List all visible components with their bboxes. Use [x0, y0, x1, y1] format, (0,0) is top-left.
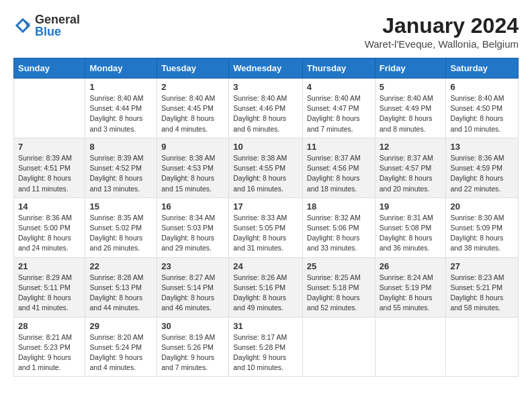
day-info: Sunrise: 8:23 AMSunset: 5:21 PMDaylight:…: [450, 273, 514, 314]
day-info: Sunrise: 8:38 AMSunset: 4:53 PMDaylight:…: [161, 153, 224, 194]
calendar-cell: 5Sunrise: 8:40 AMSunset: 4:49 PMDaylight…: [375, 79, 446, 138]
logo-text: General Blue: [35, 13, 80, 38]
calendar-cell: 1Sunrise: 8:40 AMSunset: 4:44 PMDaylight…: [85, 79, 157, 138]
day-info: Sunrise: 8:32 AMSunset: 5:06 PMDaylight:…: [307, 213, 371, 254]
calendar-cell: [302, 317, 375, 377]
calendar-cell: [375, 317, 446, 377]
day-info: Sunrise: 8:34 AMSunset: 5:03 PMDaylight:…: [161, 213, 224, 254]
day-info: Sunrise: 8:36 AMSunset: 4:59 PMDaylight:…: [450, 153, 514, 194]
day-number: 14: [18, 201, 81, 212]
day-number: 23: [161, 261, 224, 271]
day-number: 28: [18, 321, 81, 331]
day-number: 5: [380, 82, 442, 92]
weekday-header-tuesday: Tuesday: [157, 58, 229, 79]
day-info: Sunrise: 8:27 AMSunset: 5:14 PMDaylight:…: [161, 273, 224, 314]
day-info: Sunrise: 8:40 AMSunset: 4:44 PMDaylight:…: [89, 93, 152, 134]
day-info: Sunrise: 8:35 AMSunset: 5:02 PMDaylight:…: [89, 213, 152, 254]
day-number: 19: [380, 201, 442, 212]
calendar-week-3: 14Sunrise: 8:36 AMSunset: 5:00 PMDayligh…: [14, 197, 519, 257]
calendar-cell: 8Sunrise: 8:39 AMSunset: 4:52 PMDaylight…: [85, 138, 157, 197]
page-header: General Blue January 2024 Waret-l'Eveque…: [13, 13, 519, 50]
calendar-cell: 19Sunrise: 8:31 AMSunset: 5:08 PMDayligh…: [375, 197, 446, 257]
day-info: Sunrise: 8:40 AMSunset: 4:45 PMDaylight:…: [161, 93, 224, 134]
day-info: Sunrise: 8:31 AMSunset: 5:08 PMDaylight:…: [380, 213, 442, 254]
calendar-cell: 28Sunrise: 8:21 AMSunset: 5:23 PMDayligh…: [14, 317, 85, 377]
day-number: 12: [380, 142, 442, 152]
calendar-cell: 29Sunrise: 8:20 AMSunset: 5:24 PMDayligh…: [85, 317, 157, 377]
weekday-header-saturday: Saturday: [446, 58, 519, 79]
calendar-cell: 7Sunrise: 8:39 AMSunset: 4:51 PMDaylight…: [14, 138, 85, 197]
calendar-cell: 26Sunrise: 8:24 AMSunset: 5:19 PMDayligh…: [375, 257, 446, 317]
day-number: 9: [161, 142, 224, 152]
calendar-cell: 13Sunrise: 8:36 AMSunset: 4:59 PMDayligh…: [446, 138, 519, 197]
day-number: 29: [89, 321, 152, 331]
calendar-cell: 20Sunrise: 8:30 AMSunset: 5:09 PMDayligh…: [446, 197, 519, 257]
calendar-week-4: 21Sunrise: 8:29 AMSunset: 5:11 PMDayligh…: [14, 257, 519, 317]
logo-general-text: General: [35, 13, 80, 26]
calendar-cell: 10Sunrise: 8:38 AMSunset: 4:55 PMDayligh…: [229, 138, 303, 197]
weekday-header-row: SundayMondayTuesdayWednesdayThursdayFrid…: [14, 58, 519, 79]
day-info: Sunrise: 8:29 AMSunset: 5:11 PMDaylight:…: [18, 273, 81, 314]
calendar-cell: 15Sunrise: 8:35 AMSunset: 5:02 PMDayligh…: [85, 197, 157, 257]
calendar-cell: 21Sunrise: 8:29 AMSunset: 5:11 PMDayligh…: [14, 257, 85, 317]
day-info: Sunrise: 8:26 AMSunset: 5:16 PMDaylight:…: [233, 273, 298, 314]
calendar-cell: 25Sunrise: 8:25 AMSunset: 5:18 PMDayligh…: [302, 257, 375, 317]
day-number: 6: [450, 82, 514, 92]
day-number: 22: [89, 261, 152, 271]
day-number: 3: [233, 82, 298, 92]
calendar-header: SundayMondayTuesdayWednesdayThursdayFrid…: [14, 58, 519, 79]
weekday-header-friday: Friday: [375, 58, 446, 79]
calendar-table: SundayMondayTuesdayWednesdayThursdayFrid…: [13, 58, 519, 377]
weekday-header-monday: Monday: [85, 58, 157, 79]
calendar-cell: 2Sunrise: 8:40 AMSunset: 4:45 PMDaylight…: [157, 79, 229, 138]
day-info: Sunrise: 8:21 AMSunset: 5:23 PMDaylight:…: [18, 332, 81, 373]
title-block: January 2024 Waret-l'Eveque, Wallonia, B…: [365, 13, 519, 50]
calendar-cell: 12Sunrise: 8:37 AMSunset: 4:57 PMDayligh…: [375, 138, 446, 197]
day-info: Sunrise: 8:33 AMSunset: 5:05 PMDaylight:…: [233, 213, 298, 254]
calendar-cell: 6Sunrise: 8:40 AMSunset: 4:50 PMDaylight…: [446, 79, 519, 138]
calendar-cell: 17Sunrise: 8:33 AMSunset: 5:05 PMDayligh…: [229, 197, 303, 257]
day-info: Sunrise: 8:30 AMSunset: 5:09 PMDaylight:…: [450, 213, 514, 254]
day-info: Sunrise: 8:40 AMSunset: 4:47 PMDaylight:…: [307, 93, 371, 134]
day-info: Sunrise: 8:39 AMSunset: 4:52 PMDaylight:…: [89, 153, 152, 194]
day-info: Sunrise: 8:28 AMSunset: 5:13 PMDaylight:…: [89, 273, 152, 314]
calendar-cell: 11Sunrise: 8:37 AMSunset: 4:56 PMDayligh…: [302, 138, 375, 197]
weekday-header-sunday: Sunday: [14, 58, 85, 79]
location-text: Waret-l'Eveque, Wallonia, Belgium: [365, 38, 519, 50]
day-number: 13: [450, 142, 514, 152]
calendar-cell: 4Sunrise: 8:40 AMSunset: 4:47 PMDaylight…: [302, 79, 375, 138]
day-number: 16: [161, 201, 224, 212]
calendar-cell: 9Sunrise: 8:38 AMSunset: 4:53 PMDaylight…: [157, 138, 229, 197]
day-number: 27: [450, 261, 514, 271]
day-info: Sunrise: 8:40 AMSunset: 4:50 PMDaylight:…: [450, 93, 514, 134]
day-info: Sunrise: 8:20 AMSunset: 5:24 PMDaylight:…: [89, 332, 152, 373]
day-info: Sunrise: 8:39 AMSunset: 4:51 PMDaylight:…: [18, 153, 81, 194]
calendar-cell: 23Sunrise: 8:27 AMSunset: 5:14 PMDayligh…: [157, 257, 229, 317]
calendar-cell: 3Sunrise: 8:40 AMSunset: 4:46 PMDaylight…: [229, 79, 303, 138]
day-number: 1: [89, 82, 152, 92]
day-number: 15: [89, 201, 152, 212]
calendar-cell: 27Sunrise: 8:23 AMSunset: 5:21 PMDayligh…: [446, 257, 519, 317]
day-number: 18: [307, 201, 371, 212]
day-number: 21: [18, 261, 81, 271]
day-info: Sunrise: 8:19 AMSunset: 5:26 PMDaylight:…: [161, 332, 224, 373]
calendar-cell: 22Sunrise: 8:28 AMSunset: 5:13 PMDayligh…: [85, 257, 157, 317]
logo: General Blue: [13, 13, 80, 38]
day-info: Sunrise: 8:17 AMSunset: 5:28 PMDaylight:…: [233, 332, 298, 373]
day-number: 4: [307, 82, 371, 92]
calendar-cell: 14Sunrise: 8:36 AMSunset: 5:00 PMDayligh…: [14, 197, 85, 257]
calendar-cell: 16Sunrise: 8:34 AMSunset: 5:03 PMDayligh…: [157, 197, 229, 257]
calendar-week-5: 28Sunrise: 8:21 AMSunset: 5:23 PMDayligh…: [14, 317, 519, 377]
day-number: 10: [233, 142, 298, 152]
logo-icon: [13, 16, 32, 35]
month-title: January 2024: [365, 13, 519, 38]
calendar-cell: [446, 317, 519, 377]
day-info: Sunrise: 8:38 AMSunset: 4:55 PMDaylight:…: [233, 153, 298, 194]
day-number: 24: [233, 261, 298, 271]
day-info: Sunrise: 8:24 AMSunset: 5:19 PMDaylight:…: [380, 273, 442, 314]
day-number: 30: [161, 321, 224, 331]
day-info: Sunrise: 8:36 AMSunset: 5:00 PMDaylight:…: [18, 213, 81, 254]
calendar-body: 1Sunrise: 8:40 AMSunset: 4:44 PMDaylight…: [14, 79, 519, 377]
weekday-header-thursday: Thursday: [302, 58, 375, 79]
day-info: Sunrise: 8:37 AMSunset: 4:56 PMDaylight:…: [307, 153, 371, 194]
